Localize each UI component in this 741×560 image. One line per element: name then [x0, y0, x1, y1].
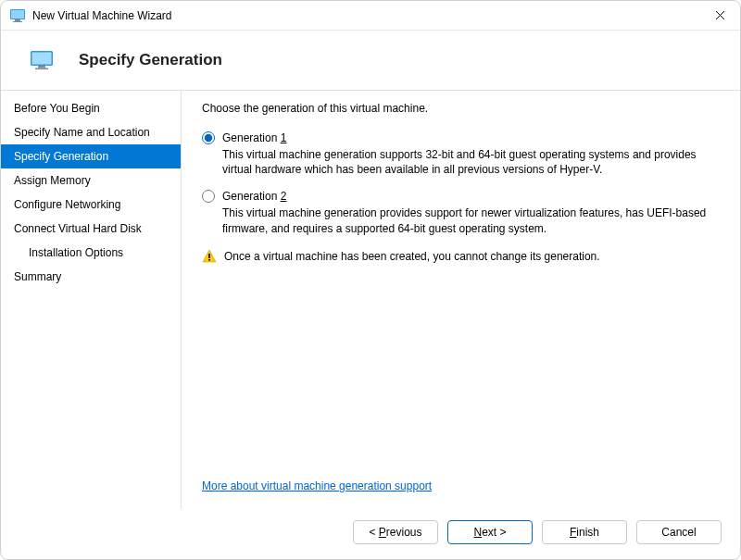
wizard-steps-sidebar: Before You Begin Specify Name and Locati…	[1, 91, 182, 509]
close-icon[interactable]	[709, 5, 731, 27]
svg-rect-7	[32, 53, 52, 65]
option-generation-2: Generation 2 This virtual machine genera…	[202, 190, 722, 235]
wizard-body: Before You Begin Specify Name and Locati…	[1, 90, 740, 509]
sidebar-item-summary[interactable]: Summary	[1, 265, 181, 289]
option-generation-1: Generation 1 This virtual machine genera…	[202, 131, 722, 177]
wizard-content: Choose the generation of this virtual ma…	[182, 91, 740, 509]
radio-input-gen1[interactable]	[202, 131, 215, 144]
cancel-button[interactable]: Cancel	[636, 520, 722, 544]
svg-rect-1	[11, 10, 24, 19]
sidebar-item-installation-options[interactable]: Installation Options	[1, 241, 181, 265]
svg-rect-3	[13, 21, 22, 22]
monitor-icon	[31, 51, 53, 69]
sidebar-item-configure-networking[interactable]: Configure Networking	[1, 193, 181, 217]
help-link[interactable]: More about virtual machine generation su…	[202, 479, 432, 492]
sidebar-item-specify-generation[interactable]: Specify Generation	[1, 144, 181, 168]
svg-rect-9	[35, 68, 48, 70]
radio-generation-1[interactable]: Generation 1	[202, 131, 722, 144]
titlebar: New Virtual Machine Wizard	[1, 1, 740, 31]
sidebar-item-specify-name[interactable]: Specify Name and Location	[1, 120, 181, 144]
radio-label-gen1: Generation 1	[222, 131, 286, 144]
radio-label-gen2: Generation 2	[222, 190, 286, 203]
finish-button[interactable]: Finish	[542, 520, 627, 544]
description-gen2: This virtual machine generation provides…	[222, 205, 722, 235]
warning-icon	[202, 249, 217, 264]
wizard-window: New Virtual Machine Wizard Specify Gener…	[0, 0, 741, 560]
page-title: Specify Generation	[79, 51, 222, 69]
warning-text: Once a virtual machine has been created,…	[224, 249, 600, 264]
svg-rect-12	[208, 259, 210, 261]
svg-rect-8	[38, 66, 45, 68]
warning-row: Once a virtual machine has been created,…	[202, 249, 722, 264]
svg-rect-2	[15, 19, 20, 21]
wizard-footer: < Previous Next > Finish Cancel	[1, 509, 740, 559]
sidebar-item-connect-vhd[interactable]: Connect Virtual Hard Disk	[1, 217, 181, 241]
sidebar-item-before-you-begin[interactable]: Before You Begin	[1, 96, 181, 120]
window-title: New Virtual Machine Wizard	[32, 9, 709, 22]
description-gen1: This virtual machine generation supports…	[222, 147, 722, 177]
next-button[interactable]: Next >	[447, 520, 533, 544]
wizard-header: Specify Generation	[1, 31, 740, 90]
radio-input-gen2[interactable]	[202, 190, 215, 203]
sidebar-item-assign-memory[interactable]: Assign Memory	[1, 168, 181, 193]
radio-generation-2[interactable]: Generation 2	[202, 190, 722, 203]
svg-rect-11	[208, 254, 210, 258]
app-icon	[10, 8, 25, 23]
help-link-row: More about virtual machine generation su…	[202, 479, 722, 492]
instruction-text: Choose the generation of this virtual ma…	[202, 102, 722, 115]
previous-button[interactable]: < Previous	[353, 520, 438, 544]
